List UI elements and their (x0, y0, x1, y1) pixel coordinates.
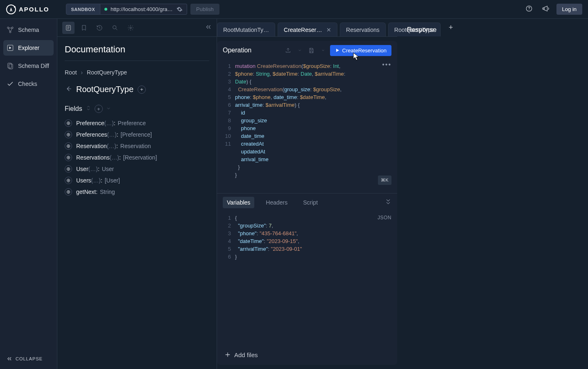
collapse-vars-icon[interactable] (385, 198, 391, 206)
close-icon[interactable]: ✕ (326, 27, 331, 33)
field-args: (…) (104, 120, 113, 126)
apollo-icon (6, 4, 16, 15)
field-row[interactable]: ⊕Reservation(…): Reservation (65, 142, 209, 150)
sidebar-item-label: Schema (18, 27, 39, 33)
save-icon[interactable] (307, 47, 316, 54)
tab-label: RootMutationTy… (223, 27, 269, 33)
sandbox-badge[interactable]: SANDBOX (66, 4, 101, 15)
collapse-label: COLLAPSE (16, 356, 43, 361)
field-type: [User] (105, 177, 120, 184)
fields-heading: Fields (65, 105, 82, 112)
tab-label: CreateReserv… (284, 27, 323, 33)
publish-button[interactable]: Publish (190, 4, 219, 15)
add-field-button[interactable]: ⊕ (65, 131, 72, 138)
add-field-button[interactable]: ⊕ (65, 119, 72, 127)
field-row[interactable]: ⊕Users(…): [User] (65, 177, 209, 184)
breadcrumb: Root › RootQueryType (65, 69, 209, 76)
editor-tab[interactable]: Reservations (340, 22, 386, 36)
login-button[interactable]: Log in (556, 4, 582, 15)
editor-tabs: RootMutationTy…CreateReserv…✕Reservation… (217, 19, 397, 37)
add-type-button[interactable]: + (138, 86, 146, 94)
collapse-sidebar-button[interactable]: COLLAPSE (3, 352, 54, 366)
add-all-fields-button[interactable]: + (95, 105, 103, 113)
add-field-button[interactable]: ⊕ (65, 177, 72, 184)
collapse-docs-icon[interactable] (205, 24, 212, 32)
endpoint-url: http://localhost:4000/graph (111, 6, 173, 12)
back-arrow-icon[interactable] (65, 85, 72, 94)
add-field-button[interactable]: ⊕ (65, 154, 72, 161)
field-args: (…) (88, 166, 98, 172)
field-name: getNext (76, 189, 96, 195)
field-args: (…) (107, 143, 116, 149)
svg-point-4 (7, 27, 9, 29)
field-name: Users (76, 177, 91, 184)
response-panel: Response (397, 19, 588, 369)
variables-editor[interactable]: 123456 { "groupSize": 7, "phone": "435-7… (217, 212, 397, 345)
field-type: String (100, 189, 115, 195)
field-row[interactable]: ⊕Preference(…): Preference (65, 119, 209, 127)
field-args: (…) (110, 154, 119, 161)
chevron-down-icon[interactable] (106, 105, 111, 112)
chevron-double-left-icon (7, 356, 12, 362)
tab-headers[interactable]: Headers (262, 197, 292, 208)
crumb-leaf: RootQueryType (87, 69, 127, 76)
gear-icon[interactable] (176, 6, 183, 12)
field-row[interactable]: ⊕getNext: String (65, 188, 209, 196)
tab-variables[interactable]: Variables (223, 197, 254, 208)
endpoint-url-box[interactable]: http://localhost:4000/graph (100, 4, 187, 15)
gear-icon[interactable] (124, 22, 137, 34)
field-type: [Reservation] (123, 154, 157, 161)
chevron-right-icon: › (81, 69, 83, 76)
docs-tab-icon[interactable] (62, 22, 75, 34)
field-row[interactable]: ⊕Preferences(…): [Preference] (65, 131, 209, 138)
share-icon[interactable] (283, 47, 293, 54)
add-field-button[interactable]: ⊕ (65, 188, 72, 196)
field-name: Reservation (76, 143, 107, 149)
field-type: Preference (118, 120, 146, 126)
field-row[interactable]: ⊕Reservations(…): [Reservation] (65, 154, 209, 161)
field-name: Reservations (76, 154, 110, 161)
run-operation-button[interactable]: CreateReservation (330, 45, 391, 56)
sidebar-item-explorer[interactable]: Explorer (3, 40, 54, 56)
field-row[interactable]: ⊕User(…): User (65, 165, 209, 173)
sidebar-item-schema[interactable]: Schema (3, 22, 54, 38)
tab-script[interactable]: Script (299, 197, 322, 208)
top-bar: APOLLO SANDBOX http://localhost:4000/gra… (0, 0, 588, 19)
svg-point-5 (11, 27, 13, 29)
field-name: Preference (76, 120, 104, 126)
history-icon[interactable] (93, 22, 106, 34)
left-sidebar: Schema Explorer Schema Diff Checks COLLA… (0, 19, 57, 369)
announce-icon[interactable] (540, 3, 551, 15)
plus-icon (224, 351, 231, 358)
chevron-down-icon[interactable] (296, 47, 303, 53)
crumb-root[interactable]: Root (65, 69, 77, 76)
sidebar-item-checks[interactable]: Checks (3, 76, 54, 92)
svg-point-12 (130, 27, 131, 29)
operation-title: Operation (223, 47, 251, 54)
diff-icon (7, 62, 14, 70)
add-files-button[interactable]: Add files (217, 344, 397, 365)
check-icon (7, 80, 14, 88)
field-args: (…) (107, 131, 116, 138)
explorer-icon (7, 44, 14, 52)
svg-point-6 (9, 31, 11, 33)
chevron-down-icon[interactable] (319, 47, 327, 53)
help-icon[interactable] (524, 3, 534, 15)
sidebar-item-label: Explorer (18, 45, 39, 51)
search-icon[interactable] (109, 22, 121, 34)
brand-logo: APOLLO (6, 4, 50, 15)
documentation-panel: Documentation Root › RootQueryType RootQ… (57, 19, 217, 369)
sidebar-item-label: Checks (18, 81, 37, 87)
add-field-button[interactable]: ⊕ (65, 165, 72, 173)
sidebar-item-schema-diff[interactable]: Schema Diff (3, 58, 54, 74)
overflow-icon[interactable]: ••• (382, 61, 391, 68)
sort-icon[interactable] (86, 105, 91, 112)
response-title: Response (407, 26, 578, 34)
editor-tab[interactable]: CreateReserv…✕ (278, 22, 337, 36)
brand-text: APOLLO (19, 6, 50, 13)
operation-editor[interactable]: 1234567891011 mutation CreateReservation… (217, 60, 397, 193)
editor-tab[interactable]: RootMutationTy… (217, 22, 275, 36)
add-field-button[interactable]: ⊕ (65, 142, 72, 150)
bookmark-icon[interactable] (78, 22, 90, 34)
type-name: RootQueryType (76, 85, 133, 94)
